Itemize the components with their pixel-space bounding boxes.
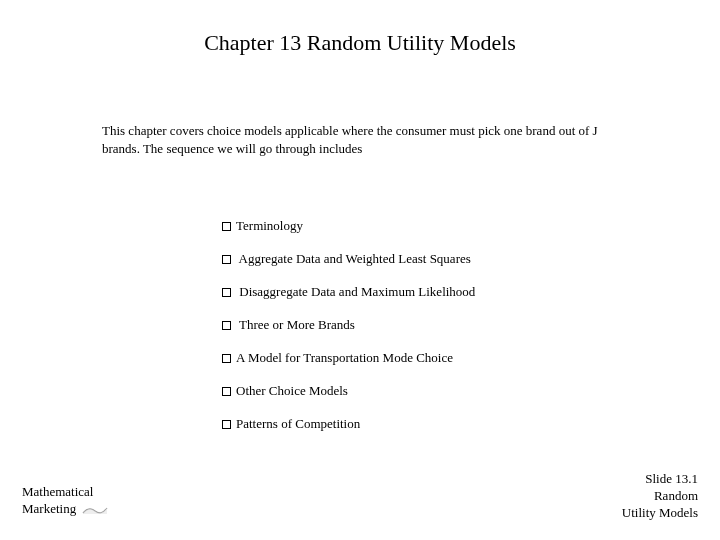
slide-number: Slide 13.1 [622,471,698,488]
bullet-text: Three or More Brands [236,317,355,332]
square-bullet-icon [222,222,231,231]
square-bullet-icon [222,387,231,396]
square-bullet-icon [222,354,231,363]
list-item: Three or More Brands [222,317,475,333]
footer-text: Marketing [22,501,76,518]
list-item: A Model for Transportation Mode Choice [222,350,475,366]
footer-text: Utility Models [622,505,698,522]
list-item: Terminology [222,218,475,234]
square-bullet-icon [222,288,231,297]
bullet-text: Disaggregate Data and Maximum Likelihood [236,284,475,299]
footer-text: Mathematical [22,484,108,501]
footer-text: Random [622,488,698,505]
list-item: Patterns of Competition [222,416,475,432]
square-bullet-icon [222,255,231,264]
square-bullet-icon [222,321,231,330]
bullet-list: Terminology Aggregate Data and Weighted … [222,218,475,432]
list-item: Aggregate Data and Weighted Least Square… [222,251,475,267]
square-bullet-icon [222,420,231,429]
list-item: Disaggregate Data and Maximum Likelihood [222,284,475,300]
bullet-text: Patterns of Competition [236,416,360,431]
slide: Chapter 13 Random Utility Models This ch… [0,0,720,540]
curve-icon [82,504,108,516]
list-item: Other Choice Models [222,383,475,399]
bullet-text: A Model for Transportation Mode Choice [236,350,453,365]
bullet-text: Terminology [236,218,303,233]
footer-right: Slide 13.1 Random Utility Models [622,471,698,522]
bullet-text: Other Choice Models [236,383,348,398]
intro-text: This chapter covers choice models applic… [102,122,602,157]
slide-title: Chapter 13 Random Utility Models [0,30,720,56]
bullet-text: Aggregate Data and Weighted Least Square… [236,251,471,266]
footer-left: Mathematical Marketing [22,484,108,518]
